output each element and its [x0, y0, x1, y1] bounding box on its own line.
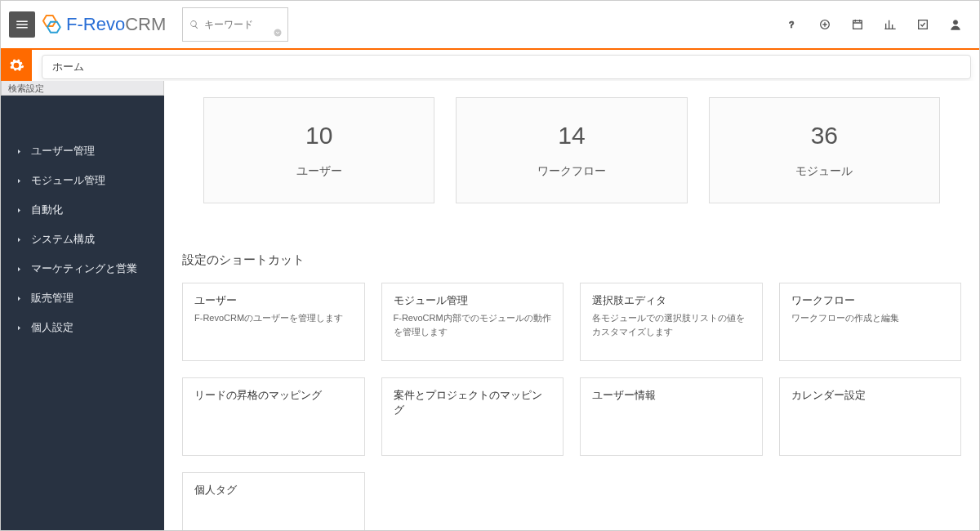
- shortcut-lead-mapping[interactable]: リードの昇格のマッピング: [182, 377, 365, 456]
- svg-text:?: ?: [789, 20, 795, 29]
- sidebar-item-user-management[interactable]: ユーザー管理: [1, 136, 164, 166]
- chevron-right-icon: [16, 177, 23, 185]
- sidebar-item-marketing-sales[interactable]: マーケティングと営業: [1, 254, 164, 283]
- chevron-right-icon: [16, 324, 23, 332]
- shortcut-module-management[interactable]: モジュール管理 F-RevoCRM内部でのモジュールの動作を管理します: [381, 283, 564, 361]
- menu-icon: [15, 17, 29, 32]
- search-settings-field[interactable]: 検索設定: [1, 81, 164, 96]
- summary-cards-row: 10 ユーザー 14 ワークフロー 36 モジュール: [179, 97, 964, 203]
- search-input[interactable]: [204, 19, 281, 30]
- breadcrumb-home: ホーム: [52, 60, 84, 74]
- chevron-right-icon: [16, 236, 23, 243]
- chevron-right-icon: [16, 207, 23, 214]
- summary-card-workflows[interactable]: 14 ワークフロー: [456, 97, 687, 203]
- svg-rect-5: [853, 20, 862, 29]
- sidebar-item-personal-settings[interactable]: 個人設定: [1, 313, 164, 342]
- user-icon: [949, 18, 962, 31]
- reports-button[interactable]: [883, 17, 898, 32]
- gear-icon: [8, 57, 24, 74]
- tasks-button[interactable]: [915, 17, 930, 32]
- add-button[interactable]: [817, 17, 832, 32]
- brand-text-1: F-Revo: [66, 14, 125, 34]
- bar-chart-icon: [884, 18, 897, 31]
- shortcut-picklist-editor[interactable]: 選択肢エディタ 各モジュールでの選択肢リストの値をカスタマイズします: [580, 283, 763, 361]
- summary-label: モジュール: [795, 164, 853, 179]
- sidebar-item-label: 個人設定: [31, 320, 74, 335]
- hamburger-menu[interactable]: [9, 11, 35, 38]
- svg-point-7: [953, 20, 957, 25]
- check-square-icon: [916, 18, 929, 31]
- sidebar-item-module-management[interactable]: モジュール管理: [1, 166, 164, 195]
- shortcut-desc: ワークフローの作成と編集: [791, 311, 950, 325]
- shortcut-title: 選択肢エディタ: [592, 293, 751, 308]
- topbar-actions: ?: [785, 17, 963, 32]
- shortcut-title: 個人タグ: [194, 483, 353, 498]
- help-icon: ?: [786, 18, 799, 31]
- shortcuts-grid: ユーザー F-RevoCRMのユーザーを管理します モジュール管理 F-Revo…: [179, 283, 964, 530]
- shortcut-desc: F-RevoCRM内部でのモジュールの動作を管理します: [394, 311, 552, 338]
- settings-gear-button[interactable]: [1, 50, 32, 81]
- sidebar-item-sales-management[interactable]: 販売管理: [1, 283, 164, 313]
- shortcut-desc: F-RevoCRMのユーザーを管理します: [194, 311, 353, 325]
- calendar-button[interactable]: [850, 17, 865, 32]
- sidebar-item-label: ユーザー管理: [31, 144, 95, 158]
- shortcut-user-info[interactable]: ユーザー情報: [580, 377, 763, 456]
- topbar: F-RevoCRM ?: [1, 1, 979, 50]
- sidebar: 検索設定 ユーザー管理 モジュール管理 自動化 システム構成 マーケティングと営…: [1, 81, 164, 530]
- plus-circle-icon: [818, 18, 831, 31]
- sidebar-item-label: システム構成: [31, 232, 95, 247]
- shortcut-title: モジュール管理: [394, 293, 552, 308]
- help-button[interactable]: ?: [785, 17, 800, 32]
- user-menu[interactable]: [948, 17, 963, 32]
- shortcut-title: ワークフロー: [791, 293, 950, 308]
- shortcut-title: ユーザー: [194, 293, 353, 308]
- calendar-icon: [851, 18, 864, 31]
- shortcut-desc: 各モジュールでの選択肢リストの値をカスタマイズします: [592, 311, 751, 338]
- shortcut-users[interactable]: ユーザー F-RevoCRMのユーザーを管理します: [182, 283, 365, 361]
- sidebar-item-label: モジュール管理: [31, 173, 105, 188]
- shortcut-project-mapping[interactable]: 案件とプロジェクトのマッピング: [381, 377, 564, 456]
- breadcrumb[interactable]: ホーム: [42, 55, 971, 79]
- svg-point-2: [274, 29, 282, 37]
- summary-value: 36: [811, 122, 838, 149]
- logo-icon: [40, 14, 61, 35]
- chevron-right-icon: [16, 295, 23, 302]
- breadcrumb-row: ホーム: [1, 50, 979, 81]
- svg-rect-6: [919, 20, 928, 29]
- chevron-down-icon[interactable]: [273, 28, 283, 38]
- chevron-right-icon: [16, 266, 23, 273]
- shortcut-personal-tags[interactable]: 個人タグ: [182, 472, 365, 530]
- shortcut-title: 案件とプロジェクトのマッピング: [394, 388, 552, 417]
- section-title-shortcuts: 設定のショートカット: [182, 252, 964, 268]
- sidebar-item-system-config[interactable]: システム構成: [1, 225, 164, 254]
- shortcut-title: カレンダー設定: [791, 388, 950, 403]
- summary-label: ユーザー: [296, 164, 342, 179]
- search-icon: [189, 19, 199, 30]
- page-title: [182, 81, 964, 87]
- sidebar-item-label: 販売管理: [31, 291, 74, 306]
- chevron-right-icon: [16, 148, 23, 155]
- summary-value: 10: [305, 122, 332, 149]
- summary-card-modules[interactable]: 36 モジュール: [709, 97, 940, 203]
- sidebar-item-label: マーケティングと営業: [31, 261, 137, 276]
- main-content: 10 ユーザー 14 ワークフロー 36 モジュール 設定のショートカット ユー…: [164, 81, 979, 530]
- summary-label: ワークフロー: [537, 164, 606, 179]
- summary-card-users[interactable]: 10 ユーザー: [203, 97, 434, 203]
- brand-text-2: CRM: [125, 14, 166, 34]
- sidebar-item-automation[interactable]: 自動化: [1, 195, 164, 225]
- summary-value: 14: [558, 122, 585, 149]
- shortcut-workflow[interactable]: ワークフロー ワークフローの作成と編集: [779, 283, 962, 361]
- shortcut-title: ユーザー情報: [592, 388, 751, 403]
- brand-logo: F-RevoCRM: [40, 14, 166, 35]
- sidebar-item-label: 自動化: [31, 203, 63, 217]
- shortcut-calendar-settings[interactable]: カレンダー設定: [779, 377, 962, 456]
- shortcut-title: リードの昇格のマッピング: [194, 388, 353, 403]
- global-search-box[interactable]: [182, 7, 288, 42]
